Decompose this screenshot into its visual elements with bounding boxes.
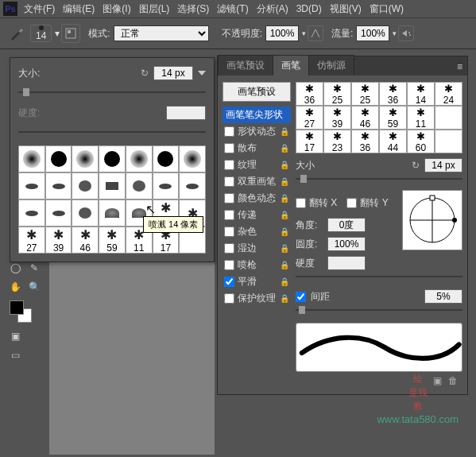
toggle-brush-panel-button[interactable]: [61, 24, 80, 43]
option-checkbox[interactable]: [224, 210, 234, 220]
brush-preset-cell[interactable]: [179, 172, 206, 199]
menu-analysis[interactable]: 分析(A): [257, 2, 288, 16]
option-checkbox[interactable]: [224, 277, 234, 287]
brush-picker-chevron-icon[interactable]: ▾: [55, 28, 61, 39]
brush-preset-cell[interactable]: [18, 145, 45, 172]
brush-tip-cell[interactable]: ✱36: [351, 130, 379, 153]
brush-option-item[interactable]: 湿边🔒: [223, 240, 291, 257]
spacing-input[interactable]: [424, 289, 462, 304]
brush-option-item[interactable]: 传递🔒: [223, 207, 291, 223]
brush-preset-cell[interactable]: [99, 172, 126, 199]
zoom-tool-icon[interactable]: 🔍: [25, 278, 43, 296]
menu-window[interactable]: 窗口(W): [370, 2, 404, 16]
menu-edit[interactable]: 编辑(E): [63, 2, 95, 16]
option-checkbox[interactable]: [224, 176, 234, 187]
flip-x-checkbox[interactable]: 翻转 X: [296, 196, 337, 210]
brush-preset-cell[interactable]: [153, 172, 180, 199]
brush-option-item[interactable]: 颜色动态🔒: [223, 190, 291, 207]
option-checkbox[interactable]: [224, 260, 234, 270]
option-checkbox[interactable]: [224, 243, 234, 254]
menu-3d[interactable]: 3D(D): [296, 3, 322, 14]
popup-menu-chevron-icon[interactable]: [198, 71, 206, 76]
popup-size-slider[interactable]: [18, 87, 206, 98]
brush-preset-cell[interactable]: [72, 145, 99, 172]
brush-tip-cell[interactable]: ✱14: [407, 82, 435, 106]
brush-option-item[interactable]: 保护纹理🔒: [223, 290, 291, 307]
angle-input[interactable]: [327, 218, 366, 232]
opacity-input[interactable]: [265, 25, 299, 41]
brush-tip-cell[interactable]: ✱44: [379, 130, 407, 153]
tablet-opacity-toggle[interactable]: [308, 25, 323, 41]
brush-preset-cell[interactable]: ✱46: [72, 227, 99, 254]
brush-tip-cell[interactable]: ✱11: [407, 106, 435, 130]
menu-image[interactable]: 图像(I): [103, 2, 130, 16]
brush-tip-cell[interactable]: ✱23: [323, 130, 351, 153]
quickmask-toggle[interactable]: ▣: [6, 327, 24, 345]
popup-size-input[interactable]: [153, 66, 193, 80]
flip-y-checkbox[interactable]: 翻转 Y: [346, 196, 388, 210]
brush-preset-cell[interactable]: [126, 145, 153, 172]
menu-filter[interactable]: 滤镜(T): [217, 2, 248, 16]
option-checkbox[interactable]: [224, 126, 234, 137]
brush-tip-cell[interactable]: ✱39: [323, 106, 351, 130]
menu-select[interactable]: 选择(S): [177, 2, 209, 16]
flow-chevron-icon[interactable]: ▾: [393, 29, 397, 37]
brush-preset-cell[interactable]: ✱27: [18, 227, 45, 254]
option-checkbox[interactable]: [224, 160, 234, 170]
option-checkbox[interactable]: [224, 293, 234, 304]
brush-preset-cell[interactable]: [99, 199, 126, 227]
brush-preset-picker[interactable]: 14: [30, 25, 52, 42]
brush-tip-cell[interactable]: ✱46: [351, 106, 379, 130]
roundness-input[interactable]: [327, 237, 366, 251]
brush-preset-cell[interactable]: [18, 172, 45, 199]
brush-tip-cell[interactable]: ✱24: [435, 82, 462, 106]
brush-option-item[interactable]: 杂色🔒: [223, 223, 291, 240]
menu-file[interactable]: 文件(F): [24, 2, 55, 16]
menu-layer[interactable]: 图层(L): [139, 2, 170, 16]
option-checkbox[interactable]: [224, 143, 234, 153]
brush-preset-cell[interactable]: [99, 145, 126, 172]
brush-option-item[interactable]: 散布🔒: [223, 140, 291, 157]
brush-preset-cell[interactable]: [179, 145, 206, 172]
brush-preset-cell[interactable]: [45, 145, 72, 172]
brush-option-item[interactable]: 喷枪🔒: [223, 257, 291, 273]
brush-option-item[interactable]: 双重画笔🔒: [223, 173, 291, 190]
tab-brush-presets[interactable]: 画笔预设: [218, 55, 273, 76]
brush-preset-cell[interactable]: [153, 145, 180, 172]
brush-preset-cell[interactable]: [72, 172, 99, 199]
brush-preset-cell[interactable]: [45, 199, 72, 227]
brush-tip-cell[interactable]: ✱25: [351, 82, 379, 106]
brush-preset-cell[interactable]: ✱39: [45, 227, 72, 254]
foreground-color-swatch[interactable]: [10, 300, 24, 315]
brush-tip-cell[interactable]: ✱59: [379, 106, 407, 130]
brush-tip-cell[interactable]: ✱36: [296, 82, 323, 106]
color-swatches[interactable]: [6, 300, 43, 324]
brush-option-item[interactable]: 平滑🔒: [223, 273, 291, 290]
brush-option-item[interactable]: 纹理🔒: [223, 157, 291, 173]
panel-size-input[interactable]: [424, 158, 462, 172]
brush-option-item[interactable]: 形状动态🔒: [223, 123, 291, 140]
brush-preset-cell[interactable]: [72, 199, 99, 227]
angle-control[interactable]: [402, 190, 462, 250]
brush-preset-cell[interactable]: [45, 172, 72, 199]
brush-preset-cell[interactable]: [18, 199, 45, 227]
brush-tip-cell[interactable]: ✱60: [407, 130, 435, 153]
brush-preset-cell[interactable]: ✱59: [99, 227, 126, 254]
tab-clone-source[interactable]: 仿制源: [308, 55, 354, 76]
hand-tool-icon[interactable]: ✋: [6, 278, 24, 296]
reset-size-icon[interactable]: ↻: [412, 160, 420, 171]
brush-tip-cell[interactable]: ✱25: [323, 82, 351, 106]
blend-mode-select[interactable]: 正常: [114, 25, 209, 41]
trash-icon[interactable]: 🗑: [448, 375, 458, 386]
brush-preset-cell[interactable]: [126, 172, 153, 199]
brush-option-item[interactable]: 画笔笔尖形状: [223, 107, 291, 123]
tab-brush[interactable]: 画笔: [273, 55, 309, 76]
menu-view[interactable]: 视图(V): [330, 2, 362, 16]
brush-presets-button[interactable]: 画笔预设: [223, 82, 291, 102]
flow-input[interactable]: [356, 25, 389, 41]
document-canvas[interactable]: [49, 250, 215, 455]
brush-tip-cell[interactable]: ✱17: [296, 130, 323, 153]
spacing-slider[interactable]: [296, 305, 462, 315]
airbrush-toggle[interactable]: [398, 25, 414, 41]
panel-menu-icon[interactable]: ≡: [452, 58, 467, 76]
